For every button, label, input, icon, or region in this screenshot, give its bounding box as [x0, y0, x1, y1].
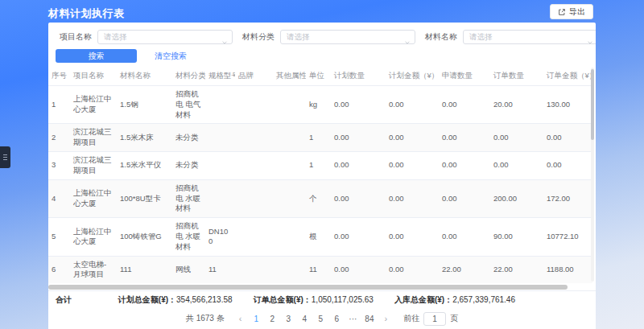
table-cell: [235, 86, 273, 124]
filter-project: 项目名称 请选择: [60, 30, 233, 44]
column-header: 单位: [306, 66, 331, 86]
table-cell: 0.00: [543, 152, 592, 180]
table-cell: 上海松江中心大厦: [70, 86, 117, 124]
table-cell: [273, 179, 306, 217]
table-cell: 6: [48, 256, 70, 283]
chevron-down-icon: [404, 35, 411, 49]
page-number[interactable]: 6: [330, 313, 343, 325]
table-row[interactable]: 1上海松江中心大厦1.5钢招商机电 电气材料kg0.000.000.0020.0…: [48, 86, 592, 124]
chevron-down-icon: [587, 35, 593, 49]
export-button[interactable]: 导出: [550, 4, 593, 19]
chevron-down-icon: [221, 35, 228, 49]
page-number[interactable]: 5: [314, 313, 327, 325]
table-header-row: 序号项目名称材料名称材料分类规格型号品牌其他属性单位计划数量计划金额（¥）申请数…: [48, 66, 592, 86]
pagination: 共 1673 条 ‹ 123456···84 › 前往 页: [48, 308, 596, 329]
page-number[interactable]: 3: [282, 313, 295, 325]
table-cell: 0.00: [331, 152, 386, 180]
horizontal-scrollbar[interactable]: [48, 285, 592, 290]
page-number[interactable]: 84: [362, 313, 376, 325]
horizontal-scrollbar-thumb[interactable]: [48, 285, 568, 290]
page-number[interactable]: 2: [266, 313, 279, 325]
clear-search-link[interactable]: 清空搜索: [155, 51, 187, 62]
column-header: 项目名称: [70, 66, 117, 86]
table-cell: 招商机电 水暖材料: [172, 218, 205, 256]
summary-item: 计划总金额(¥)：354,566,213.58: [118, 294, 233, 306]
table-body: 1上海松江中心大厦1.5钢招商机电 电气材料kg0.000.000.0020.0…: [48, 86, 592, 284]
summary-item: 入库总金额(¥)：2,657,339,761.46: [394, 294, 515, 306]
table-cell: 0.00: [543, 124, 592, 152]
table-cell: 172.00: [543, 179, 592, 217]
search-button[interactable]: 搜索: [56, 49, 137, 63]
material-name-select[interactable]: 请选择: [463, 30, 596, 44]
summary-row: 合计 计划总金额(¥)：354,566,213.58订单总金额(¥)：1,050…: [48, 290, 596, 308]
table-cell: 1188.00: [543, 256, 592, 283]
table-cell: 上海松江中心大厦: [70, 218, 117, 256]
column-header: 规格型号: [205, 66, 235, 86]
table-cell: 0.00: [386, 256, 439, 283]
goto-page-input[interactable]: [423, 312, 446, 326]
table-cell: 0.00: [386, 152, 439, 180]
table-cell: 网线: [172, 256, 205, 283]
table-cell: [273, 86, 306, 124]
table-cell: [273, 124, 306, 152]
action-row: 搜索 清空搜索: [56, 49, 187, 63]
vertical-scrollbar[interactable]: [591, 68, 594, 282]
table-cell: [273, 256, 306, 283]
material-name-placeholder: 请选择: [469, 32, 493, 43]
table-cell: 111: [117, 256, 172, 283]
table-cell: 0.00: [490, 152, 543, 180]
filter-project-label: 项目名称: [60, 31, 92, 43]
table-cell: 1: [48, 86, 70, 124]
table-cell: 未分类: [172, 124, 205, 152]
table-row[interactable]: 5上海松江中心大厦100铸铁管G招商机电 水暖材料DN100根0.000.000…: [48, 218, 592, 256]
page-number[interactable]: 1: [250, 313, 262, 325]
table-cell: 100*8U型卡: [117, 179, 172, 217]
table-cell: [205, 124, 235, 152]
table-cell: 上海松江中心大厦: [70, 179, 117, 217]
table-cell: 0.00: [386, 218, 439, 256]
page-ellipsis[interactable]: ···: [346, 313, 359, 325]
page-number[interactable]: 4: [298, 313, 311, 325]
data-table: 序号项目名称材料名称材料分类规格型号品牌其他属性单位计划数量计划金额（¥）申请数…: [48, 66, 592, 283]
vertical-scrollbar-thumb[interactable]: [591, 69, 594, 140]
table-cell: 0.00: [331, 218, 386, 256]
table-cell: 22.00: [439, 256, 490, 283]
table-cell: 0.00: [439, 124, 490, 152]
table-cell: 0.00: [439, 86, 490, 124]
next-page-arrow[interactable]: ›: [381, 314, 390, 323]
table-cell: 22.00: [490, 256, 543, 283]
table-cell: 90.00: [490, 218, 543, 256]
column-header: 序号: [48, 66, 70, 86]
table-cell: kg: [306, 86, 331, 124]
content-card: 项目名称 请选择 材料分类 请选择 材料名称 请选择: [48, 23, 596, 329]
sidebar-toggle[interactable]: [0, 146, 10, 168]
filter-material-name-label: 材料名称: [425, 31, 457, 43]
column-header: 材料名称: [117, 66, 172, 86]
page-title: 材料计划执行表: [48, 6, 125, 21]
table-cell: 滨江花城三期项目: [70, 152, 117, 180]
filter-material-category: 材料分类 请选择: [242, 30, 415, 44]
table-row[interactable]: 4上海松江中心大厦100*8U型卡招商机电 水暖材料个0.000.000.002…: [48, 179, 592, 217]
material-category-select[interactable]: 请选择: [280, 30, 415, 44]
table-row[interactable]: 3滨江花城三期项目1.5米水平仪未分类10.000.000.000.000.00: [48, 152, 592, 180]
table-cell: 0.00: [386, 124, 439, 152]
goto-label: 前往: [403, 313, 419, 324]
table-cell: 1: [306, 124, 331, 152]
pagination-total: 共 1673 条: [186, 313, 225, 324]
table-cell: 0.00: [331, 124, 386, 152]
table-cell: [205, 152, 235, 180]
column-header: 订单金额（¥）: [543, 66, 592, 86]
column-header: 品牌: [235, 66, 273, 86]
project-select-placeholder: 请选择: [104, 32, 127, 43]
table-cell: 11: [205, 256, 235, 283]
table-row[interactable]: 2滨江花城三期项目1.5米木床未分类10.000.000.000.000.00: [48, 124, 592, 152]
table-row[interactable]: 6太空电梯-月球项目111网线11110.000.0022.0022.00118…: [48, 256, 592, 283]
table-cell: [205, 86, 235, 124]
table-cell: 太空电梯-月球项目: [70, 256, 117, 283]
goto-page: 前往 页: [403, 312, 458, 326]
export-icon: [558, 8, 566, 16]
prev-page-arrow[interactable]: ‹: [236, 314, 246, 323]
project-select[interactable]: 请选择: [97, 30, 233, 44]
filter-row: 项目名称 请选择 材料分类 请选择 材料名称 请选择: [60, 30, 589, 44]
table-cell: 个: [306, 179, 331, 217]
